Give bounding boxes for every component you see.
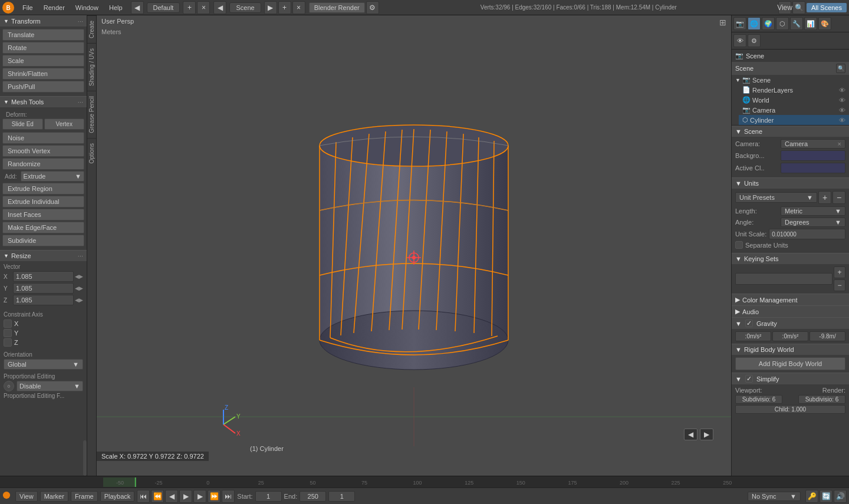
viewport[interactable]: User Persp Meters ⊞ [97, 15, 731, 476]
create-tab[interactable]: Create [87, 15, 96, 43]
audio-header[interactable]: ▶ Audio [732, 305, 849, 317]
add-rigid-body-btn[interactable]: Add Rigid Body World [735, 357, 845, 370]
transform-header[interactable]: ▼ Transform ··· [0, 15, 87, 27]
outliner-cylinder-row[interactable]: ⬡ Cylinder 👁 [739, 115, 849, 125]
rpanel-modifier-icon[interactable]: 🔧 [790, 17, 803, 30]
rpanel-properties-icon[interactable]: ⚙ [748, 34, 761, 47]
workspace-selector[interactable]: Default [147, 2, 180, 13]
outliner-renderlayers-row[interactable]: 📄 RenderLayers 👁 [739, 85, 849, 95]
playback-next-icon[interactable]: ⏩ [208, 490, 221, 503]
simplify-subdivisio-vp[interactable]: Subdivisio: 6 [735, 395, 782, 404]
keying-add-btn[interactable]: + [834, 266, 845, 278]
search-icon[interactable]: 🔍 [792, 1, 805, 14]
nav-right-icon[interactable]: ▶ [700, 429, 713, 440]
x-axis-value[interactable]: 1.085 [13, 271, 74, 282]
audio-icon[interactable]: 🔊 [834, 490, 847, 503]
extrude-region-btn[interactable]: Extrude Region [2, 183, 84, 195]
rpanel-object-icon[interactable]: ⬡ [776, 17, 789, 30]
view-btn[interactable]: View [778, 1, 791, 14]
nav-left-icon[interactable]: ◀ [684, 429, 697, 440]
scale-btn[interactable]: Scale [2, 55, 84, 67]
make-edge-face-btn[interactable]: Make Edge/Face [2, 222, 84, 233]
length-dropdown[interactable]: Metric ▼ [781, 206, 845, 216]
playback-btn[interactable]: Playback [100, 491, 135, 502]
x-constraint-checkbox[interactable] [4, 319, 12, 328]
marker-btn[interactable]: Marker [40, 491, 68, 502]
push-pull-btn[interactable]: Push/Pull [2, 81, 84, 93]
y-axis-value[interactable]: 1.085 [13, 283, 74, 294]
keying-sets-header[interactable]: ▼ Keying Sets [732, 253, 849, 264]
playback-step-fwd-icon[interactable]: ▶ [193, 490, 206, 503]
frame-btn[interactable]: Frame [71, 491, 98, 502]
gravity-header[interactable]: ▼ ✓ Gravity [732, 317, 849, 329]
end-frame-input[interactable] [300, 491, 326, 502]
playback-play-icon[interactable]: ▶ [179, 490, 192, 503]
unit-presets-remove-btn[interactable]: − [832, 191, 845, 204]
inset-faces-btn[interactable]: Inset Faces [2, 209, 84, 220]
shading-uvs-tab[interactable]: Shading / UVs [87, 43, 96, 91]
color-mgmt-header[interactable]: ▶ Color Management [732, 294, 849, 305]
scene-prev-icon[interactable]: ◀ [213, 1, 226, 14]
y-constraint-checkbox[interactable] [4, 329, 12, 337]
help-menu[interactable]: Help [104, 3, 127, 12]
rpanel-data-icon[interactable]: 📊 [804, 17, 817, 30]
viewport-corner-btn[interactable]: ⊞ [719, 18, 726, 27]
no-sync-dropdown[interactable]: No Sync ▼ [748, 492, 801, 501]
simplify-checkbox[interactable]: ✓ [745, 375, 753, 383]
resize-header[interactable]: ▼ Resize ··· [0, 250, 87, 261]
outliner-search-icon[interactable]: 🔍 [836, 64, 845, 73]
scene-close-icon[interactable]: × [292, 1, 305, 14]
slide-ed-btn[interactable]: Slide Ed [2, 118, 43, 130]
prop-disable-dropdown[interactable]: Disable ▼ [17, 381, 83, 391]
z-axis-value[interactable]: 1.085 [13, 295, 74, 305]
smooth-vertex-btn[interactable]: Smooth Vertex [2, 145, 84, 157]
current-frame-input[interactable] [328, 491, 355, 502]
noise-btn[interactable]: Noise [2, 132, 84, 144]
shrink-flatten-btn[interactable]: Shrink/Flatten [2, 68, 84, 80]
playback-prev-icon[interactable]: ⏪ [151, 490, 164, 503]
unit-scale-slider[interactable]: 0.010000 [769, 229, 845, 239]
render-engine-selector[interactable]: Blender Render [309, 2, 365, 13]
outliner-scene-row[interactable]: ▼ 📷 Scene [732, 75, 849, 85]
mesh-tools-header[interactable]: ▼ Mesh Tools ··· [0, 96, 87, 107]
gravity-y-val[interactable]: :0m/s² [772, 331, 808, 341]
rigid-body-header[interactable]: ▼ Rigid Body World [732, 344, 849, 355]
rpanel-scene-icon[interactable]: 🌐 [748, 17, 761, 30]
translate-btn[interactable]: Translate [2, 29, 84, 41]
keying-set-icon[interactable]: 🔑 [805, 490, 818, 503]
file-menu[interactable]: File [18, 3, 38, 12]
playback-end-icon[interactable]: ⏭ [222, 490, 235, 503]
all-scenes-btn[interactable]: All Scenes [807, 3, 847, 12]
render-menu[interactable]: Render [39, 3, 70, 12]
world-eye-icon[interactable]: 👁 [839, 97, 845, 104]
outliner-world-row[interactable]: 🌐 World 👁 [739, 95, 849, 105]
camera-eye-icon[interactable]: 👁 [839, 107, 845, 114]
scene-props-header[interactable]: ▼ Scene [732, 126, 849, 137]
z-constraint-checkbox[interactable] [4, 338, 12, 347]
rpanel-world-icon[interactable]: 🌍 [762, 17, 775, 30]
subdivide-btn[interactable]: Subdivide [2, 235, 84, 246]
keying-remove-btn[interactable]: − [834, 279, 845, 291]
scene-add-icon[interactable]: + [278, 1, 291, 14]
start-frame-input[interactable] [255, 491, 282, 502]
vertex-btn[interactable]: Vertex [44, 118, 85, 130]
grease-pencil-tab[interactable]: Grease Pencil [87, 91, 96, 138]
simplify-header[interactable]: ▼ ✓ Simplify [732, 373, 849, 384]
gravity-checkbox[interactable]: ✓ [745, 319, 753, 327]
rotate-btn[interactable]: Rotate [2, 42, 84, 54]
rpanel-view-icon[interactable]: 👁 [733, 34, 746, 47]
keying-text-input[interactable] [735, 273, 832, 285]
renderlayers-eye-icon[interactable]: 👁 [839, 87, 845, 94]
workspace-add-icon[interactable]: + [183, 1, 196, 14]
rpanel-render-icon[interactable]: 📷 [733, 17, 746, 30]
prop-toggle[interactable]: ○ [4, 381, 14, 391]
orientation-dropdown[interactable]: Global ▼ [4, 359, 83, 370]
camera-prop-value[interactable]: Camera × [781, 139, 845, 149]
options-tab[interactable]: Options [87, 138, 96, 168]
rpanel-material-icon[interactable]: 🎨 [818, 17, 831, 30]
background-color-picker[interactable] [781, 150, 845, 161]
gravity-z-val[interactable]: -9.8m/ [809, 331, 845, 341]
units-header[interactable]: ▼ Units [732, 177, 849, 189]
extrude-dropdown[interactable]: Extrude ▼ [21, 171, 84, 182]
angle-dropdown[interactable]: Degrees ▼ [781, 218, 845, 227]
